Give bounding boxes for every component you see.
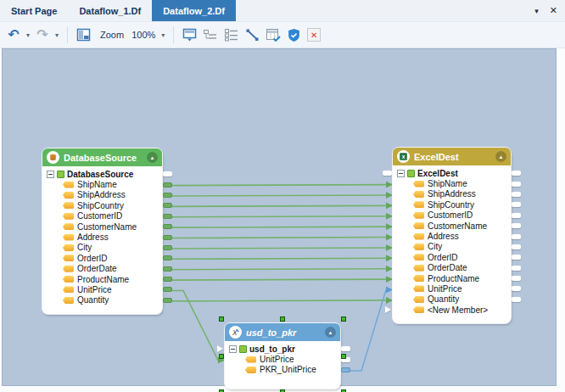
undo-dropdown-caret[interactable]: ▾ bbox=[25, 31, 31, 39]
collapse-node-button[interactable]: ▲ bbox=[495, 151, 506, 162]
field-row[interactable]: Quantity bbox=[42, 295, 162, 305]
field-row[interactable]: Address bbox=[393, 231, 511, 241]
collapse-node-button[interactable]: ▲ bbox=[147, 152, 158, 163]
output-port[interactable] bbox=[512, 213, 521, 218]
output-port[interactable] bbox=[163, 171, 172, 176]
output-port[interactable] bbox=[163, 214, 172, 219]
field-row[interactable]: PKR_UnitPrice bbox=[225, 365, 340, 375]
node-header[interactable]: DatabaseSource ▲ bbox=[42, 148, 162, 166]
field-row[interactable]: OrderID bbox=[42, 253, 162, 263]
node-database-source[interactable]: DatabaseSource ▲ DatabaseSource ShipName… bbox=[42, 148, 162, 314]
field-row[interactable]: UnitPrice bbox=[393, 283, 511, 294]
output-port[interactable] bbox=[163, 203, 172, 208]
node-usd-to-pkr[interactable]: X usd_to_pkr ▲ usd_to_pkr UnitPrice PKR_… bbox=[225, 323, 340, 389]
field-row-new-member[interactable]: <New Member> bbox=[393, 305, 511, 315]
field-row[interactable]: CustomerName bbox=[393, 221, 511, 231]
output-port[interactable] bbox=[163, 182, 172, 188]
tree-root-row[interactable]: usd_to_pkr bbox=[225, 344, 340, 354]
collapse-tree-icon[interactable] bbox=[47, 171, 54, 178]
tab-dataflow-2[interactable]: Dataflow_2.Df bbox=[152, 0, 236, 21]
output-port[interactable] bbox=[163, 255, 172, 260]
output-port[interactable] bbox=[512, 171, 521, 176]
output-port[interactable] bbox=[512, 255, 521, 260]
collapse-node-button[interactable]: ▲ bbox=[325, 327, 336, 338]
selection-handle[interactable] bbox=[219, 316, 224, 322]
output-port[interactable] bbox=[512, 202, 521, 207]
output-port[interactable] bbox=[512, 223, 521, 228]
node-header[interactable]: X usd_to_pkr ▲ bbox=[225, 323, 340, 341]
field-row[interactable]: ShipCountry bbox=[393, 199, 511, 210]
field-row[interactable]: ShipName bbox=[42, 179, 162, 189]
selection-handle[interactable] bbox=[341, 354, 346, 359]
verify-button[interactable] bbox=[285, 25, 303, 45]
rules-button[interactable] bbox=[264, 25, 282, 45]
output-port[interactable] bbox=[512, 266, 521, 271]
selection-handle[interactable] bbox=[219, 354, 224, 359]
selection-handle[interactable] bbox=[341, 316, 346, 322]
field-row[interactable]: City bbox=[42, 243, 162, 253]
output-port[interactable] bbox=[163, 298, 172, 303]
output-port[interactable] bbox=[163, 266, 172, 272]
field-row[interactable]: CustomerID bbox=[393, 210, 511, 221]
field-row[interactable]: ShipName bbox=[393, 178, 511, 188]
tab-list-chevron-icon[interactable]: ▾ bbox=[534, 7, 539, 15]
output-port[interactable] bbox=[512, 286, 521, 291]
tree-root-row[interactable]: ExcelDest bbox=[393, 168, 511, 178]
field-row[interactable]: Quantity bbox=[393, 294, 511, 305]
field-icon bbox=[245, 367, 256, 373]
tree-root-row[interactable]: DatabaseSource bbox=[42, 169, 162, 179]
output-port[interactable] bbox=[163, 277, 172, 282]
input-port[interactable] bbox=[385, 306, 391, 313]
field-row[interactable]: ShipAddress bbox=[393, 189, 511, 199]
output-port[interactable] bbox=[512, 234, 521, 239]
field-row[interactable]: OrderID bbox=[393, 252, 511, 262]
output-port[interactable] bbox=[163, 287, 172, 292]
output-port[interactable] bbox=[512, 192, 521, 197]
input-port[interactable] bbox=[383, 171, 392, 176]
undo-button[interactable]: ↶ bbox=[5, 25, 22, 45]
draw-link-button[interactable] bbox=[243, 25, 261, 45]
node-title: usd_to_pkr bbox=[246, 328, 321, 338]
output-port[interactable] bbox=[163, 224, 172, 229]
output-port[interactable] bbox=[512, 297, 521, 302]
close-tab-icon[interactable]: ✕ bbox=[550, 5, 557, 16]
input-port[interactable] bbox=[217, 345, 223, 352]
output-port[interactable] bbox=[512, 182, 521, 187]
redo-button[interactable]: ↷ bbox=[34, 25, 51, 45]
canvas[interactable]: DatabaseSource ▲ DatabaseSource ShipName… bbox=[2, 48, 557, 386]
zoom-dropdown-caret[interactable]: ▾ bbox=[159, 31, 166, 39]
field-row[interactable]: ShipAddress bbox=[42, 190, 162, 200]
field-row[interactable]: UnitPrice bbox=[225, 354, 340, 364]
field-row[interactable]: CustomerName bbox=[42, 221, 162, 232]
collapse-tree-icon[interactable] bbox=[397, 170, 405, 177]
clear-errors-button[interactable]: ✕ bbox=[305, 25, 322, 45]
output-port[interactable] bbox=[163, 193, 172, 198]
auto-layout-button[interactable] bbox=[181, 25, 199, 45]
field-row[interactable]: OrderDate bbox=[393, 263, 511, 273]
tab-start-page[interactable]: Start Page bbox=[0, 0, 68, 21]
field-row[interactable]: CustomerID bbox=[42, 211, 162, 221]
field-row[interactable]: ShipCountry bbox=[42, 200, 162, 210]
preview-panel-button[interactable] bbox=[75, 25, 92, 45]
node-header[interactable]: x ExcelDest ▲ bbox=[393, 148, 511, 165]
field-row[interactable]: OrderDate bbox=[42, 264, 162, 274]
output-port[interactable] bbox=[512, 244, 521, 249]
output-port[interactable] bbox=[341, 346, 350, 351]
output-port[interactable] bbox=[512, 276, 521, 281]
output-port[interactable] bbox=[341, 367, 350, 372]
field-row[interactable]: UnitPrice bbox=[42, 284, 162, 294]
selection-handle[interactable] bbox=[280, 316, 285, 322]
redo-dropdown-caret[interactable]: ▾ bbox=[53, 31, 60, 39]
field-row[interactable]: ProductName bbox=[393, 273, 511, 283]
field-row[interactable]: Address bbox=[42, 232, 162, 242]
field-row[interactable]: City bbox=[393, 242, 511, 252]
vertical-layout-button[interactable] bbox=[222, 25, 241, 45]
output-port[interactable] bbox=[163, 245, 172, 250]
horizontal-layout-button[interactable] bbox=[201, 25, 220, 45]
collapse-tree-icon[interactable] bbox=[229, 345, 237, 353]
node-excel-dest[interactable]: x ExcelDest ▲ ExcelDest ShipName ShipAdd… bbox=[393, 148, 511, 323]
zoom-value[interactable]: 100% bbox=[130, 30, 157, 40]
tab-dataflow-1[interactable]: Dataflow_1.Df bbox=[68, 0, 152, 21]
output-port[interactable] bbox=[163, 235, 172, 240]
field-row[interactable]: ProductName bbox=[42, 274, 162, 284]
